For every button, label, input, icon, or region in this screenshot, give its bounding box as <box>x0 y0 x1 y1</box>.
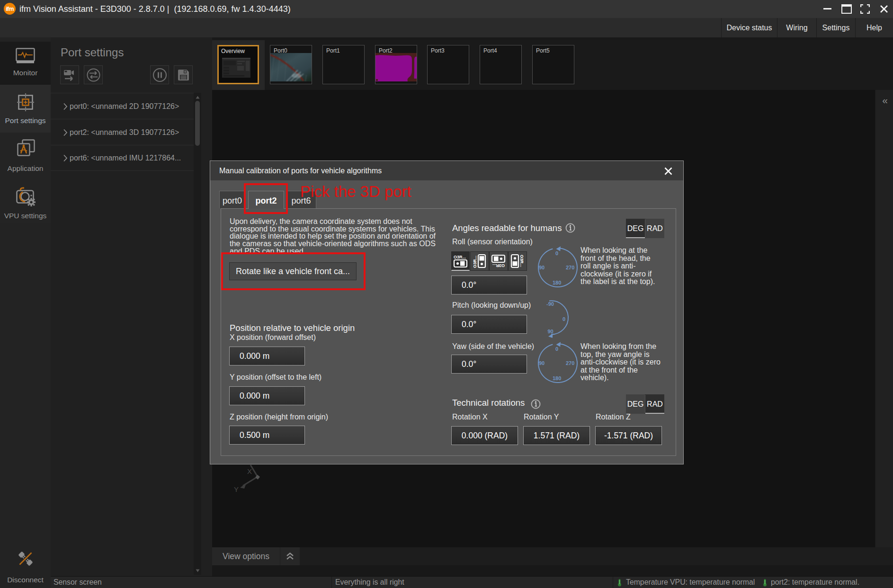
svg-text:180: 180 <box>553 375 561 381</box>
svg-text:O3R...: O3R... <box>492 263 505 268</box>
svg-text:180: 180 <box>553 280 561 285</box>
svg-text:270: 270 <box>566 265 574 270</box>
svg-text:0: 0 <box>555 346 558 352</box>
svg-text:0: 0 <box>555 250 558 256</box>
svg-text:O3R...: O3R... <box>519 255 524 267</box>
svg-text:Y: Y <box>234 485 239 493</box>
svg-text:0: 0 <box>563 316 565 322</box>
svg-text:270: 270 <box>566 360 574 366</box>
svg-text:-90: -90 <box>546 301 554 307</box>
svg-text:90: 90 <box>548 329 554 334</box>
svg-text:O3R...: O3R... <box>473 256 477 268</box>
svg-text:90: 90 <box>539 360 545 366</box>
svg-text:X: X <box>247 467 252 475</box>
svg-text:90: 90 <box>539 265 545 270</box>
svg-text:O3R...: O3R... <box>454 255 466 259</box>
